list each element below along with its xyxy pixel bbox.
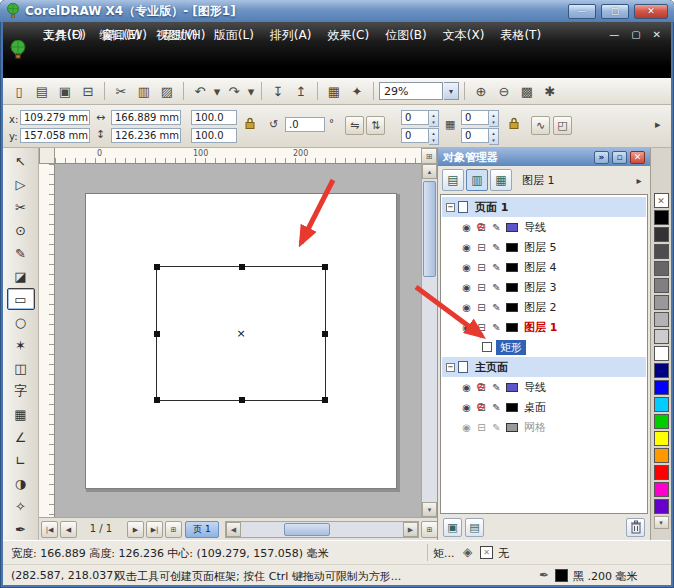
color-swatch[interactable] [654,482,669,497]
edit-across-layers-button[interactable]: ▥ [466,169,488,191]
edit-pencil-icon[interactable]: ✎ [490,222,503,233]
maximize-button[interactable]: ▢ [601,4,629,19]
vertical-scrollbar[interactable]: ▴ ▾ [421,164,437,517]
application-launcher-button[interactable]: ▦ [323,81,345,102]
paste-button[interactable]: ▨ [156,81,178,102]
printer-icon[interactable]: ⊟⊘ [475,222,488,233]
mirror-vertical-button[interactable]: ⇅ [366,116,385,135]
edit-pencil-icon[interactable]: ✎ [490,402,503,413]
layer-color-chip[interactable] [506,283,518,292]
ellipse-tool[interactable]: ○ [7,311,35,333]
menu-table[interactable]: 表格(T) [492,27,549,44]
object-row[interactable]: 矩形 [442,337,646,357]
crop-tool[interactable]: ✂ [7,196,35,218]
redo-dropdown-button[interactable]: ▾ [246,81,256,102]
fill-none-swatch[interactable]: ✕ [480,546,493,559]
menu-window[interactable]: 窗口(W) [94,27,155,44]
selected-object-label[interactable]: 矩形 [496,340,526,355]
palette-scroll-down-button[interactable]: ▾ [654,516,669,529]
visibility-eye-icon[interactable]: ◉ [460,282,473,293]
color-swatch[interactable] [654,312,669,327]
color-swatch[interactable] [654,346,669,361]
redo-button[interactable]: ↷ [223,81,245,102]
layer-row[interactable]: ◉ ⊟ ✎ 图层 2 [442,297,646,317]
printer-icon[interactable]: ⊟ [475,422,488,433]
layer-label[interactable]: 图层 3 [524,280,557,295]
menu-bitmaps[interactable]: 位图(B) [377,27,435,44]
wrap-text-button[interactable]: ◰ [553,116,572,135]
edit-pencil-icon[interactable]: ✎ [490,382,503,393]
color-swatch[interactable] [654,397,669,412]
page-area[interactable]: × [85,193,397,489]
undo-dropdown-button[interactable]: ▾ [212,81,222,102]
layer-row[interactable]: ◉ ⊟ ✎ 图层 4 [442,257,646,277]
master-page-row[interactable]: − 主页面 [442,357,646,377]
copy-button[interactable]: ▥ [133,81,155,102]
drawing-canvas[interactable]: × [55,164,421,517]
vertical-scroll-thumb[interactable] [423,181,436,277]
visibility-eye-icon[interactable]: ◉ [460,422,473,433]
add-page-button[interactable]: ⊞ [165,521,182,538]
layer-color-chip[interactable] [506,423,518,432]
layer-label[interactable]: 导线 [524,380,546,395]
layer-label[interactable]: 导线 [524,220,546,235]
spinner-buttons[interactable]: ▴▾ [489,128,499,145]
smart-fill-tool[interactable]: ◪ [7,265,35,287]
page-tab[interactable]: 页 1 [185,521,219,538]
printer-icon[interactable]: ⊟⊘ [475,402,488,413]
eyedropper-tool[interactable]: ✧ [7,495,35,517]
color-swatch[interactable] [654,465,669,480]
zoom-dropdown-arrow-icon[interactable]: ▾ [444,82,459,100]
color-swatch[interactable] [654,363,669,378]
spinner-buttons[interactable]: ▴▾ [429,110,439,127]
color-swatch[interactable] [654,210,669,225]
zoom-tool[interactable]: ⊙ [7,219,35,241]
scroll-down-button[interactable]: ▾ [422,502,437,517]
layer-row[interactable]: ◉ ⊟⊘ ✎ 导线 [442,377,646,397]
layer-color-chip[interactable] [506,243,518,252]
new-document-button[interactable]: ▯ [8,81,30,102]
visibility-eye-icon[interactable]: ◉ [460,222,473,233]
layer-label[interactable]: 桌面 [524,400,546,415]
minimize-button[interactable]: — [568,4,596,19]
menu-text[interactable]: 文本(X) [435,27,493,44]
horizontal-scrollbar[interactable]: ◀ ▶ [225,521,419,538]
corner-radius-tr-field[interactable]: 0 [461,110,489,125]
color-swatch[interactable] [654,261,669,276]
selection-handle[interactable] [154,331,160,337]
last-page-button[interactable]: ▶| [146,521,163,538]
object-width-field[interactable]: 166.889 mm [111,110,181,125]
visibility-eye-icon[interactable]: ◉ [460,302,473,313]
previous-page-button[interactable]: ◀ [60,521,77,538]
layer-color-chip[interactable] [506,403,518,412]
scale-v-field[interactable]: 100.0 [191,128,237,143]
color-swatch[interactable] [654,278,669,293]
polygon-tool[interactable]: ✶ [7,334,35,356]
printer-icon[interactable]: ⊟ [475,302,488,313]
selection-handle[interactable] [239,264,245,270]
layer-label[interactable]: 网格 [524,420,546,435]
open-button[interactable]: ▤ [31,81,53,102]
color-swatch[interactable] [654,244,669,259]
printer-icon[interactable]: ⊟⊘ [475,382,488,393]
rotation-angle-field[interactable]: .0 [285,117,325,132]
scroll-up-button[interactable]: ▴ [422,164,437,179]
layer-color-chip[interactable] [506,323,518,332]
docker-close-button[interactable]: ✕ [630,151,645,164]
outline-pen-tool[interactable]: ✒ [7,518,35,540]
master-page-label[interactable]: 主页面 [475,360,508,375]
corner-radius-br-field[interactable]: 0 [461,128,489,143]
layer-label[interactable]: 图层 4 [524,260,557,275]
visibility-eye-icon[interactable]: ◉ [460,382,473,393]
layer-row[interactable]: ◉ ⊟ ✎ 网格 [442,417,646,437]
scale-h-field[interactable]: 100.0 [191,110,237,125]
doc-close-button[interactable]: ✕ [653,29,661,40]
doc-minimize-button[interactable]: — [609,29,619,40]
spinner-buttons[interactable]: ▴▾ [429,128,439,145]
navigator-button[interactable]: ⊞ [421,521,438,538]
close-button[interactable]: ✕ [634,4,668,19]
active-layer-row[interactable]: ◉ ⊟ ✎ 图层 1 [442,317,646,337]
import-button[interactable]: ↧ [267,81,289,102]
color-swatch[interactable] [654,227,669,242]
menu-tools[interactable]: 工具(O) [35,27,94,44]
